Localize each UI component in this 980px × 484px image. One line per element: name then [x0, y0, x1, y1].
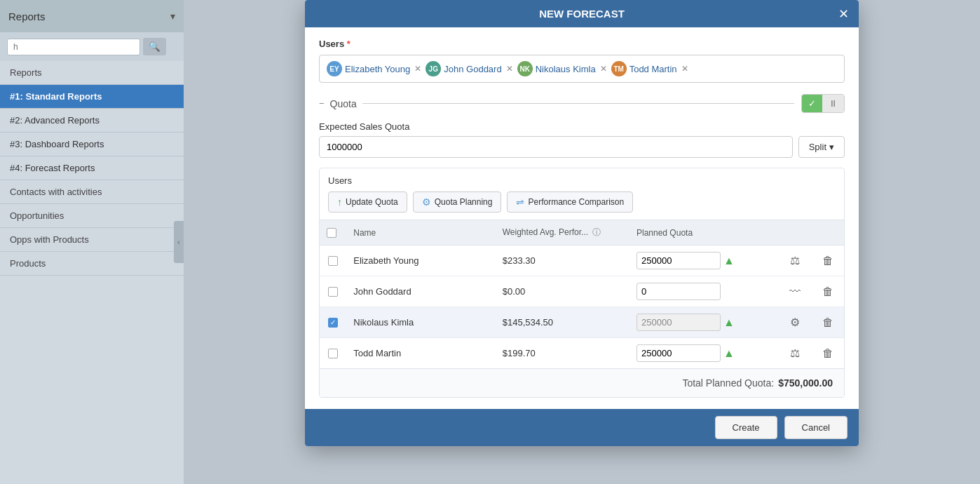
- remove-elizabeth-button[interactable]: ✕: [414, 64, 421, 74]
- performance-comparison-icon: ⇌: [516, 196, 524, 208]
- sidebar-item-contacts[interactable]: Contacts with activities: [0, 180, 184, 204]
- quota-toggle-pause[interactable]: ⏸: [822, 95, 844, 112]
- quota-input-todd[interactable]: [637, 344, 721, 362]
- cancel-button[interactable]: Cancel: [784, 416, 848, 439]
- balance-button-elizabeth[interactable]: ⚖: [787, 253, 803, 269]
- update-quota-icon: ↑: [337, 196, 342, 208]
- sidebar-collapse-bar[interactable]: ‹: [174, 221, 184, 263]
- row-check-elizabeth: [320, 246, 346, 276]
- user-tag-john: JG John Goddard ✕: [426, 61, 512, 76]
- sidebar-item-advanced[interactable]: #2: Advanced Reports: [0, 109, 184, 133]
- quota-up-nikolaus[interactable]: ▲: [723, 316, 735, 329]
- quota-value-input[interactable]: [319, 136, 793, 158]
- performance-comparison-button[interactable]: ⇌ Performance Comparison: [507, 191, 633, 213]
- row-quota-todd: ▲: [629, 338, 779, 369]
- sidebar: Reports ▾ 🔍 Reports #1: Standard Reports…: [0, 0, 184, 484]
- quota-up-elizabeth[interactable]: ▲: [723, 255, 735, 267]
- row-action1-john: 〰: [779, 276, 812, 307]
- row-quota-john: [629, 276, 779, 307]
- users-section-label: Users *: [319, 39, 845, 49]
- row-name-elizabeth: Elizabeth Young: [346, 246, 496, 276]
- row-check-todd: [320, 338, 346, 369]
- row-perf-todd: $199.70: [496, 338, 629, 369]
- sidebar-item-dashboard[interactable]: #3: Dashboard Reports: [0, 133, 184, 156]
- col-header-action2: [811, 220, 844, 246]
- user-tag-nikolaus: NK Nikolaus Kimla ✕: [517, 61, 607, 76]
- quota-input-row: Split ▾: [319, 136, 845, 158]
- create-button[interactable]: Create: [715, 416, 777, 439]
- users-tags-container: EY Elizabeth Young ✕ JG John Goddard ✕ N…: [319, 55, 845, 83]
- quota-section: − Quota ✓ ⏸ Expected Sales Quota: [319, 94, 845, 158]
- update-quota-button[interactable]: ↑ Update Quota: [328, 191, 407, 213]
- delete-button-john[interactable]: 🗑: [819, 284, 836, 300]
- search-button[interactable]: 🔍: [143, 38, 166, 55]
- balance-button-todd[interactable]: ⚖: [787, 345, 803, 361]
- row-action2-todd: 🗑: [811, 338, 844, 369]
- quota-toggle-check[interactable]: ✓: [802, 95, 822, 112]
- sidebar-item-standard[interactable]: #1: Standard Reports: [0, 85, 184, 109]
- quota-label: Quota: [330, 98, 357, 109]
- delete-button-todd[interactable]: 🗑: [819, 346, 836, 361]
- search-input[interactable]: [7, 39, 140, 55]
- checkbox-john[interactable]: [328, 287, 338, 297]
- quota-input-nikolaus[interactable]: [637, 314, 721, 331]
- row-check-john: [320, 276, 346, 307]
- quota-planning-button[interactable]: ⚙ Quota Planning: [413, 191, 502, 213]
- checkbox-nikolaus[interactable]: [328, 318, 338, 328]
- users-table: Name Weighted Avg. Perfor... ⓘ Planned Q…: [320, 220, 844, 368]
- checkbox-elizabeth[interactable]: [328, 256, 338, 266]
- row-perf-nikolaus: $145,534.50: [496, 307, 629, 338]
- delete-button-elizabeth[interactable]: 🗑: [819, 253, 836, 269]
- quota-title-row: − Quota: [319, 98, 794, 109]
- settings-button-nikolaus[interactable]: ⚙: [787, 314, 803, 330]
- quota-toggle: ✓ ⏸: [801, 94, 845, 113]
- row-action2-nikolaus: 🗑: [811, 307, 844, 338]
- perf-info-icon: ⓘ: [592, 227, 601, 237]
- sidebar-item-forecast[interactable]: #4: Forecast Reports: [0, 156, 184, 180]
- quota-input-elizabeth[interactable]: [637, 252, 721, 269]
- sidebar-item-opps-products[interactable]: Opps with Products: [0, 228, 184, 252]
- sidebar-header: Reports ▾: [0, 0, 184, 32]
- delete-button-nikolaus[interactable]: 🗑: [819, 315, 836, 330]
- row-name-john: John Goddard: [346, 276, 496, 307]
- action-buttons: ↑ Update Quota ⚙ Quota Planning ⇌ Perfor…: [320, 191, 844, 220]
- sidebar-search-bar: 🔍: [0, 32, 184, 61]
- chart-button-john[interactable]: 〰: [787, 284, 803, 300]
- modal-title: NEW FORECAST: [539, 8, 625, 20]
- quota-header: − Quota ✓ ⏸: [319, 94, 845, 113]
- sidebar-item-products[interactable]: Products: [0, 252, 184, 276]
- quota-up-todd[interactable]: ▲: [723, 347, 735, 360]
- chevron-down-icon: ▾: [170, 11, 175, 22]
- quota-planning-icon: ⚙: [422, 196, 431, 208]
- checkbox-todd[interactable]: [328, 349, 338, 358]
- quota-collapse-icon[interactable]: −: [319, 98, 325, 109]
- row-action1-nikolaus: ⚙: [779, 307, 812, 338]
- quota-input-john[interactable]: [637, 283, 721, 300]
- total-row: Total Planned Quota: $750,000.00: [320, 368, 844, 397]
- sidebar-item-reports[interactable]: Reports: [0, 61, 184, 85]
- row-quota-nikolaus: ▲: [629, 307, 779, 338]
- remove-todd-button[interactable]: ✕: [681, 64, 688, 74]
- new-forecast-modal: NEW FORECAST ✕ Users * EY Elizabeth Youn…: [305, 0, 859, 446]
- col-header-name: Name: [346, 220, 496, 246]
- split-chevron-icon: ▾: [829, 142, 834, 152]
- table-row: Todd Martin $199.70 ▲: [320, 338, 844, 369]
- row-action2-elizabeth: 🗑: [811, 246, 844, 276]
- sidebar-title: Reports: [8, 11, 46, 22]
- row-action2-john: 🗑: [811, 276, 844, 307]
- row-action1-todd: ⚖: [779, 338, 812, 369]
- avatar-todd: TM: [611, 61, 627, 76]
- modal-close-button[interactable]: ✕: [838, 8, 849, 20]
- row-perf-john: $0.00: [496, 276, 629, 307]
- header-checkbox[interactable]: [327, 228, 336, 238]
- avatar-nikolaus: NK: [517, 61, 533, 76]
- remove-john-button[interactable]: ✕: [506, 64, 513, 74]
- split-button[interactable]: Split ▾: [798, 136, 845, 158]
- modal-footer: Create Cancel: [305, 409, 859, 446]
- sidebar-item-opportunities[interactable]: Opportunities: [0, 204, 184, 228]
- table-row: Nikolaus Kimla $145,534.50 ▲: [320, 307, 844, 338]
- table-row: John Goddard $0.00: [320, 276, 844, 307]
- remove-nikolaus-button[interactable]: ✕: [600, 64, 607, 74]
- total-label: Total Planned Quota:: [682, 377, 774, 389]
- row-check-nikolaus: [320, 307, 346, 338]
